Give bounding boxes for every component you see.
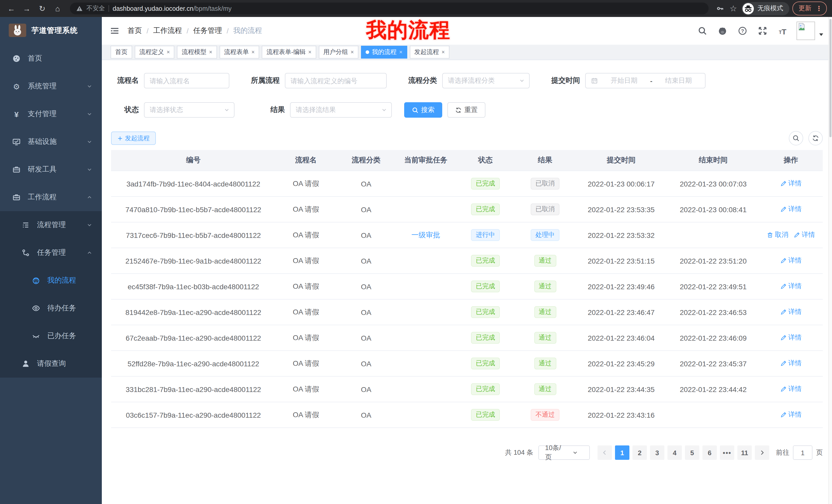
- row-action-detail[interactable]: 详情: [780, 179, 802, 188]
- tree-icon: [22, 221, 30, 229]
- sidebar-item-待办任务[interactable]: 待办任务: [0, 295, 102, 322]
- font-size-icon[interactable]: TT: [778, 26, 787, 35]
- sidebar-item-支付管理[interactable]: ¥支付管理: [0, 100, 102, 128]
- help-icon[interactable]: ?: [738, 26, 747, 35]
- chevron-left-icon: [602, 450, 608, 456]
- browser-scrollbar[interactable]: [828, 17, 832, 504]
- search-icon: [792, 135, 800, 142]
- browser-home-icon[interactable]: ⌂: [51, 2, 64, 15]
- sidebar-item-研发工具[interactable]: 研发工具: [0, 156, 102, 184]
- row-action-detail[interactable]: 详情: [780, 333, 802, 342]
- submit-time-range-picker[interactable]: 开始日期 - 结束日期: [585, 73, 705, 88]
- app-logo[interactable]: 芋道管理系统: [0, 17, 102, 44]
- tab-发起流程[interactable]: 发起流程×: [410, 46, 449, 59]
- tab-close-icon[interactable]: ×: [399, 49, 402, 55]
- browser-reload-icon[interactable]: ↻: [36, 2, 48, 15]
- cell-submit-time: 2022-01-22 23:45:29: [575, 359, 668, 368]
- sidebar-item-首页[interactable]: 首页: [0, 45, 102, 73]
- sidebar-item-基础设施[interactable]: 基础设施: [0, 128, 102, 156]
- page-button-2[interactable]: 2: [632, 445, 647, 460]
- column-header-流程分类: 流程分类: [336, 156, 396, 165]
- bookmark-star-icon[interactable]: ☆: [728, 2, 738, 15]
- tab-我的流程[interactable]: 我的流程×: [361, 46, 407, 59]
- status-select[interactable]: 请选择状态: [144, 102, 234, 118]
- tab-流程表单-编辑[interactable]: 流程表单-编辑×: [262, 46, 316, 59]
- table-row: 2152467e-7b9b-11ec-9a1b-acde48001122OA 请…: [111, 248, 823, 274]
- fullscreen-icon[interactable]: [758, 26, 767, 35]
- sidebar-item-任务管理[interactable]: 任务管理: [0, 239, 102, 267]
- cell-category: OA: [336, 334, 396, 342]
- browser-update-button[interactable]: 更新 ⋮: [792, 2, 827, 16]
- scrollbar-thumb[interactable]: [829, 19, 831, 137]
- tab-close-icon[interactable]: ×: [209, 49, 212, 55]
- current-task-link[interactable]: 一级审批: [411, 230, 440, 239]
- sidebar-item-请假查询[interactable]: 请假查询: [0, 350, 102, 377]
- tab-用户分组[interactable]: 用户分组×: [319, 46, 359, 59]
- refresh-icon: [812, 135, 819, 142]
- github-icon[interactable]: [718, 26, 727, 35]
- browser-back-icon[interactable]: ←: [5, 2, 18, 15]
- row-action-cancel[interactable]: 取消: [767, 230, 788, 240]
- search-icon[interactable]: [698, 26, 707, 35]
- tab-close-icon[interactable]: ×: [308, 49, 312, 55]
- reset-button[interactable]: 重置: [447, 102, 486, 118]
- user-avatar[interactable]: [797, 22, 815, 40]
- page-button-6[interactable]: 6: [702, 445, 717, 460]
- breadcrumb-item[interactable]: 任务管理: [193, 26, 222, 35]
- row-action-detail[interactable]: 详情: [794, 230, 815, 240]
- start-process-button[interactable]: 发起流程: [111, 132, 156, 145]
- browser-forward-icon[interactable]: →: [21, 2, 33, 15]
- process-name-input[interactable]: [144, 73, 229, 88]
- row-action-detail[interactable]: 详情: [780, 205, 802, 214]
- tab-首页[interactable]: 首页: [110, 46, 132, 59]
- tab-流程表单[interactable]: 流程表单×: [219, 46, 259, 59]
- row-action-detail[interactable]: 详情: [780, 359, 802, 368]
- show-search-button[interactable]: [789, 131, 803, 145]
- row-action-detail[interactable]: 详情: [780, 307, 802, 317]
- next-page-button[interactable]: [755, 445, 769, 460]
- tab-close-icon[interactable]: ×: [441, 49, 445, 55]
- sidebar-item-已办任务[interactable]: 已办任务: [0, 322, 102, 350]
- browser-toolbar: ← → ↻ ⌂ 不安全 dashboard.yudao.iocoder.cn/b…: [0, 0, 832, 17]
- page-button-4[interactable]: 4: [668, 445, 682, 460]
- row-action-detail[interactable]: 详情: [780, 282, 802, 291]
- category-select[interactable]: 请选择流程分类: [442, 73, 530, 88]
- cell-process-id: 7317cec6-7b9b-11ec-b5b7-acde48001122: [111, 231, 276, 239]
- sidebar-item-系统管理[interactable]: ⚙系统管理: [0, 73, 102, 100]
- search-button[interactable]: 搜索: [404, 102, 442, 118]
- page-button-1[interactable]: 1: [615, 445, 629, 460]
- page-button-5[interactable]: 5: [685, 445, 699, 460]
- page-button-3[interactable]: 3: [650, 445, 665, 460]
- browser-menu-icon[interactable]: ⋮: [815, 5, 822, 12]
- column-header-当前审批任务: 当前审批任务: [396, 156, 456, 165]
- sidebar-item-我的流程[interactable]: 我的流程: [0, 267, 102, 295]
- address-bar[interactable]: 不安全 dashboard.yudao.iocoder.cn/bpm/task/…: [70, 3, 709, 15]
- cell-end-time: 2022-01-22 23:45:37: [668, 359, 759, 368]
- sidebar-item-流程管理[interactable]: 流程管理: [0, 211, 102, 239]
- cell-status: 已完成: [456, 306, 515, 318]
- refresh-table-button[interactable]: [808, 131, 823, 145]
- page-button-11[interactable]: 11: [737, 445, 752, 460]
- tab-close-icon[interactable]: ×: [166, 49, 170, 55]
- tab-流程定义[interactable]: 流程定义×: [135, 46, 175, 59]
- cell-result: 已取消: [515, 204, 575, 215]
- process-definition-input[interactable]: [285, 73, 387, 88]
- tab-流程模型[interactable]: 流程模型×: [177, 46, 217, 59]
- avatar-caret-icon[interactable]: [818, 32, 824, 37]
- prev-page-button[interactable]: [598, 445, 612, 460]
- page-ellipsis[interactable]: •••: [720, 445, 734, 460]
- page-size-select[interactable]: 10条/页: [538, 445, 590, 460]
- hamburger-menu-icon[interactable]: [110, 26, 119, 35]
- row-action-detail[interactable]: 详情: [780, 256, 802, 265]
- key-icon[interactable]: [715, 2, 725, 15]
- row-action-detail[interactable]: 详情: [780, 410, 802, 419]
- breadcrumb-item[interactable]: 工作流程: [153, 26, 182, 35]
- cell-category: OA: [336, 179, 396, 188]
- page-jump-input[interactable]: [793, 445, 812, 460]
- row-action-detail[interactable]: 详情: [780, 385, 802, 394]
- sidebar-item-工作流程[interactable]: 工作流程: [0, 184, 102, 211]
- breadcrumb-item[interactable]: 首页: [128, 26, 142, 35]
- tab-close-icon[interactable]: ×: [351, 49, 354, 55]
- result-select[interactable]: 请选择流结果: [290, 102, 392, 118]
- tab-close-icon[interactable]: ×: [252, 49, 255, 55]
